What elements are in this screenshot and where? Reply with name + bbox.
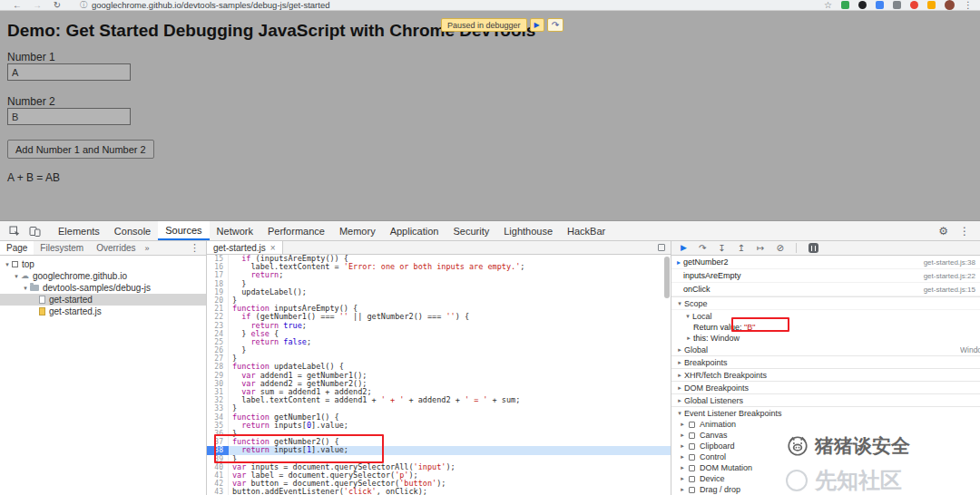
code-line-19[interactable]: 19 updateLabel(); (207, 288, 671, 296)
deactivate-breakpoints-button[interactable]: ⊘ (776, 244, 783, 253)
code-line-32[interactable]: 32 label.textContent = addend1 + ' + ' +… (207, 396, 671, 404)
extension-icon[interactable] (927, 1, 936, 9)
checkbox[interactable] (689, 487, 695, 493)
tree-item-devtools-samples-debug-js[interactable]: ▾devtools-samples/debug-js (0, 282, 206, 294)
line-number-22[interactable]: 22 (207, 313, 229, 321)
line-number-41[interactable]: 41 (207, 471, 229, 480)
checkbox[interactable] (689, 443, 695, 450)
step-into-button[interactable]: ↧ (718, 244, 725, 253)
scope-local-header[interactable]: ▾ Local (671, 309, 980, 322)
code-line-17[interactable]: 17 return; (207, 271, 671, 279)
line-number-36[interactable]: 36 (207, 430, 229, 438)
line-number-19[interactable]: 19 (207, 288, 229, 296)
tab-application[interactable]: Application (383, 221, 446, 240)
tab-network[interactable]: Network (210, 221, 260, 240)
scope-global-row[interactable]: ▸ Global Window (671, 344, 980, 355)
step-button[interactable]: ↦ (757, 244, 764, 253)
banner-step-over-button[interactable]: ↷ (547, 18, 564, 32)
add-numbers-button[interactable]: Add Number 1 and Number 2 (7, 140, 154, 159)
pause-on-exceptions-button[interactable] (808, 243, 818, 253)
line-number-24[interactable]: 24 (207, 330, 229, 338)
code-line-26[interactable]: 26 } (207, 346, 671, 354)
tree-item-get-started-js[interactable]: get-started.js (0, 306, 206, 317)
tree-item-googlechrome-github-io[interactable]: ▾☁googlechrome.github.io (0, 270, 206, 282)
close-tab-icon[interactable]: × (270, 243, 276, 253)
line-number-42[interactable]: 42 (207, 480, 229, 488)
extension-icon[interactable] (910, 1, 918, 9)
editor-scrollbar[interactable] (664, 257, 670, 298)
extension-icon[interactable] (858, 1, 867, 9)
line-number-39[interactable]: 39 (207, 455, 229, 463)
line-number-27[interactable]: 27 (207, 354, 229, 363)
scope-section-header[interactable]: ▾ Scope (671, 296, 980, 309)
line-number-17[interactable]: 17 (207, 271, 229, 279)
back-icon[interactable]: ← (7, 1, 27, 10)
banner-resume-button[interactable]: ▶ (530, 18, 544, 32)
section-xhr-fetch-breakpoints[interactable]: ▸XHR/fetch Breakpoints (671, 368, 980, 381)
line-number-33[interactable]: 33 (207, 404, 229, 412)
scope-this-row[interactable]: ▸ this: Window (671, 333, 980, 344)
line-number-21[interactable]: 21 (207, 305, 229, 313)
line-number-23[interactable]: 23 (207, 322, 229, 330)
extension-icon[interactable] (876, 1, 884, 9)
tab-memory[interactable]: Memory (332, 221, 383, 240)
section-global-listeners[interactable]: ▸Global Listeners (671, 393, 980, 406)
line-number-15[interactable]: 15 (207, 255, 229, 263)
editor-tab-get-started-js[interactable]: get-started.js × (207, 241, 283, 254)
tab-lighthouse[interactable]: Lighthouse (496, 221, 560, 240)
checkbox[interactable] (689, 465, 695, 471)
line-number-34[interactable]: 34 (207, 413, 229, 422)
address-bar-url[interactable]: googlechrome.github.io/devtools-samples/… (92, 0, 329, 10)
code-line-35[interactable]: 35 return inputs[0].value; (207, 422, 671, 430)
line-number-32[interactable]: 32 (207, 396, 229, 404)
callstack-frame-getnumber2[interactable]: ▸getNumber2get-started.js:38 (671, 256, 980, 269)
tab-security[interactable]: Security (446, 221, 496, 240)
line-number-25[interactable]: 25 (207, 338, 229, 346)
code-area[interactable]: 15 if (inputsAreEmpty()) {16 label.textC… (207, 255, 671, 495)
bookmark-star-icon[interactable]: ☆ (824, 0, 832, 10)
checkbox[interactable] (689, 454, 695, 461)
step-out-button[interactable]: ↥ (738, 244, 745, 253)
extension-icon[interactable] (893, 1, 901, 9)
event-listener-breakpoints-header[interactable]: ▾ Event Listener Breakpoints (671, 406, 980, 419)
line-number-26[interactable]: 26 (207, 346, 229, 354)
devtools-menu-icon[interactable]: ⋮ (959, 225, 970, 238)
profile-avatar[interactable] (945, 0, 955, 10)
more-tabs-icon[interactable]: » (142, 244, 152, 253)
forward-icon[interactable]: → (27, 1, 47, 10)
tab-elements[interactable]: Elements (51, 221, 107, 240)
navigator-menu-icon[interactable]: ⋮ (183, 242, 206, 254)
device-toolbar-icon[interactable] (29, 226, 41, 237)
line-number-18[interactable]: 18 (207, 280, 229, 288)
settings-gear-icon[interactable]: ⚙ (938, 225, 948, 238)
line-number-29[interactable]: 29 (207, 372, 229, 380)
inspect-element-icon[interactable] (9, 226, 20, 237)
line-number-37[interactable]: 37 (207, 438, 229, 446)
line-number-40[interactable]: 40 (207, 463, 229, 471)
section-dom-breakpoints[interactable]: ▸DOM Breakpoints (671, 381, 980, 393)
editor-options-icon[interactable] (658, 244, 665, 251)
section-breakpoints[interactable]: ▸Breakpoints (671, 355, 980, 368)
code-line-25[interactable]: 25 return false; (207, 338, 671, 346)
checkbox[interactable] (689, 432, 695, 439)
line-number-16[interactable]: 16 (207, 263, 229, 271)
sidebar-tab-page[interactable]: Page (0, 241, 34, 255)
callstack-frame-onclick[interactable]: onClickget-started.js:15 (671, 283, 980, 296)
line-number-35[interactable]: 35 (207, 422, 229, 430)
tree-item-top[interactable]: ▾top (0, 258, 206, 270)
site-info-icon[interactable]: ⓘ (80, 0, 87, 10)
browser-menu-icon[interactable]: ⋮ (964, 0, 973, 10)
tab-console[interactable]: Console (107, 221, 158, 240)
elb-item-animation[interactable]: ▸Animation (671, 419, 980, 430)
scope-return-value-row[interactable]: Return value: "B" (671, 322, 980, 333)
sidebar-tab-overrides[interactable]: Overrides (90, 241, 142, 255)
line-number-38[interactable]: 38 (207, 446, 229, 454)
line-number-43[interactable]: 43 (207, 488, 229, 495)
tree-item-get-started[interactable]: get-started (0, 294, 206, 306)
tab-hackbar[interactable]: HackBar (560, 221, 612, 240)
refresh-icon[interactable]: ↻ (47, 1, 67, 10)
code-line-38[interactable]: 38 return inputs[1].value; (207, 446, 671, 454)
code-line-43[interactable]: 43button.addEventListener('click', onCli… (207, 488, 671, 495)
tab-performance[interactable]: Performance (260, 221, 332, 240)
line-number-28[interactable]: 28 (207, 363, 229, 371)
